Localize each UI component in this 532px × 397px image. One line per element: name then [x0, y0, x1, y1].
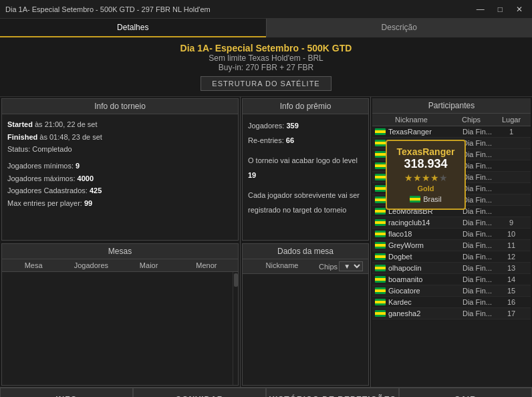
participantes-panel: Participantes Nickname Chips Lugar Texas… — [371, 97, 532, 387]
finished-row: Finished às 01:48, 23 de set — [7, 131, 233, 144]
convidar-button[interactable]: CONVIDAR — [133, 388, 266, 397]
dados-list — [243, 274, 368, 385]
mesas-scrollbar[interactable] — [233, 272, 238, 385]
table-row[interactable]: ganesha2Dia Fin...17 — [372, 308, 531, 319]
mesas-panel: Mesas Mesa Jogadores Maior Menor — [1, 243, 239, 386]
participant-nickname: Giocatore — [388, 287, 448, 295]
flag-icon — [375, 242, 386, 249]
participantes-header: Participantes — [372, 98, 531, 114]
table-row[interactable]: TexasRangerDia Fin...1 — [372, 126, 531, 138]
header-area: Dia 1A- Especial Setembro - 500K GTD Sem… — [0, 37, 532, 97]
participantes-list: TexasRangerDia Fin...1damgarridoDia Fin.… — [372, 126, 531, 387]
participant-lugar: 13 — [495, 264, 528, 272]
flag-icon — [375, 276, 386, 283]
status-row: Status: Completado — [7, 143, 233, 156]
participantes-columns: Nickname Chips Lugar — [372, 114, 531, 126]
flag-icon — [375, 162, 386, 169]
tournament-subtitle: Sem limite Texas Hold'em - BRL — [5, 53, 527, 63]
table-row[interactable]: flaco18Dia Fin...10 — [372, 229, 531, 240]
maximize-button[interactable]: □ — [494, 3, 507, 15]
participant-chips: Dia Fin... — [448, 287, 495, 295]
participant-nickname: boamanito — [388, 275, 448, 283]
left-panels: Info do torneio Started às 21:00, 22 de … — [0, 97, 241, 387]
participant-lugar: 1 — [495, 128, 528, 136]
window-title: Dia 1A- Especial Setembro - 500K GTD - 2… — [5, 5, 211, 13]
tooltip-flag — [410, 196, 420, 203]
flag-icon — [375, 128, 386, 135]
info-torneio-body: Started às 21:00, 22 de set Finished às … — [2, 114, 238, 214]
mesas-scroll-area — [2, 272, 238, 385]
participant-chips: Dia Fin... — [448, 309, 495, 317]
table-row[interactable]: GiocatoreDia Fin...15 — [372, 285, 531, 297]
participant-chips: Dia Fin... — [448, 128, 495, 136]
mesas-columns: Mesa Jogadores Maior Menor — [2, 259, 238, 272]
tournament-buyin: Buy-in: 270 FBR + 27 FBR — [5, 63, 527, 72]
table-row[interactable]: olhapoclinDia Fin...13 — [372, 263, 531, 274]
middle-panels: Info do prêmio Jogadores: 359 Re-entries… — [241, 97, 371, 387]
participant-nickname: Dogbet — [388, 253, 448, 261]
participant-lugar: 15 — [495, 287, 528, 295]
tooltip-stars: ★★★★★ — [395, 172, 456, 183]
main-layout: Info do torneio Started às 21:00, 22 de … — [0, 97, 532, 387]
table-row[interactable]: boamanitoDia Fin...14 — [372, 274, 531, 285]
participant-lugar: 10 — [495, 230, 528, 238]
participant-tooltip: TexasRanger 318.934 ★★★★★ Gold Brasil — [386, 140, 466, 210]
premio-body: Jogadores: 359 Re-entries: 66 O torneio … — [243, 114, 368, 221]
tab-detalhes[interactable]: Detalhes — [0, 19, 266, 37]
sair-button[interactable]: SAIR — [399, 388, 532, 397]
satellite-button[interactable]: ESTRUTURA DO SATÉLITE — [201, 76, 331, 91]
tab-descricao[interactable]: Descrição — [266, 19, 533, 37]
historico-button[interactable]: HISTÓRICO DE REPETIÇÕES — [266, 388, 399, 397]
bottom-bar: INFO CONVIDAR HISTÓRICO DE REPETIÇÕES SA… — [0, 387, 532, 397]
premio-header: Info do prêmio — [243, 99, 368, 114]
info-button[interactable]: INFO — [0, 388, 133, 397]
title-bar: Dia 1A- Especial Setembro - 500K GTD - 2… — [0, 0, 532, 19]
close-button[interactable]: ✕ — [512, 3, 527, 15]
info-torneio-header: Info do torneio — [2, 99, 238, 114]
participant-chips: Dia Fin... — [448, 275, 495, 283]
mesas-scrollbar-thumb — [234, 273, 238, 287]
info-torneio-panel: Info do torneio Started às 21:00, 22 de … — [1, 98, 239, 241]
flag-icon — [375, 299, 386, 305]
level-text-row: O torneio vai acabar logo do level 19 — [248, 153, 363, 182]
participant-nickname: olhapoclin — [388, 264, 448, 272]
tooltip-name: TexasRanger — [395, 146, 456, 157]
survive-text-row: Cada jogador sobrevivente vai ser regist… — [248, 188, 363, 217]
table-row[interactable]: KardecDia Fin...16 — [372, 297, 531, 308]
flag-icon — [375, 196, 386, 203]
max-players-row: Jogadores máximos: 4000 — [7, 172, 233, 185]
participant-chips: Dia Fin... — [448, 253, 495, 261]
jogadores-row: Jogadores: 359 — [248, 118, 363, 133]
table-row[interactable]: GreyWormDia Fin...11 — [372, 240, 531, 251]
participant-chips: Dia Fin... — [448, 219, 495, 227]
max-entries-row: Max entries per player: 99 — [7, 197, 233, 210]
participant-lugar: 12 — [495, 253, 528, 261]
flag-icon — [375, 265, 386, 271]
chips-dropdown[interactable]: ▼ — [339, 261, 363, 271]
dados-columns: Nickname Chips ▼ — [243, 259, 368, 274]
dados-panel: Dados da mesa Nickname Chips ▼ — [242, 243, 369, 386]
participant-nickname: ganesha2 — [388, 309, 448, 317]
tab-bar: Detalhes Descrição — [0, 19, 532, 37]
min-players-row: Jogadores mínimos: 9 — [7, 160, 233, 172]
participant-lugar: 9 — [495, 219, 528, 227]
participant-chips: Dia Fin... — [448, 230, 495, 238]
table-row[interactable]: racingclub14Dia Fin...9 — [372, 217, 531, 229]
flag-icon — [375, 140, 386, 146]
participant-lugar: 17 — [495, 309, 528, 317]
participant-lugar: 16 — [495, 298, 528, 306]
tooltip-country-name: Brasil — [423, 195, 442, 203]
participant-nickname: racingclub14 — [388, 219, 448, 227]
minimize-button[interactable]: — — [473, 3, 489, 15]
participant-lugar: 14 — [495, 275, 528, 283]
participant-chips: Dia Fin... — [448, 241, 495, 249]
participant-chips: Dia Fin... — [448, 298, 495, 306]
premio-panel: Info do prêmio Jogadores: 359 Re-entries… — [242, 98, 369, 241]
reentries-row: Re-entries: 66 — [248, 133, 363, 148]
flag-icon — [375, 287, 386, 294]
participant-nickname: Kardec — [388, 298, 448, 306]
participant-nickname: TexasRanger — [388, 128, 448, 136]
table-row[interactable]: DogbetDia Fin...12 — [372, 251, 531, 263]
cadastrados-row: Jogadores Cadastrados: 425 — [7, 184, 233, 197]
tooltip-chips: 318.934 — [395, 157, 456, 171]
